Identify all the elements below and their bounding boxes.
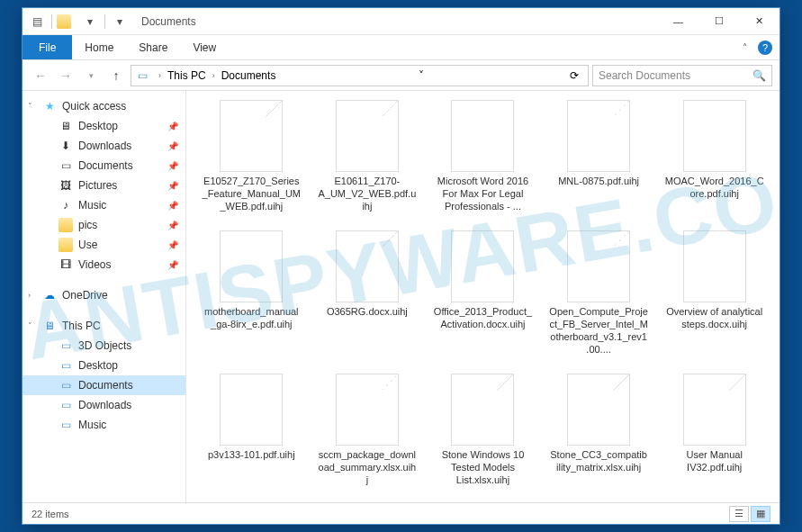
window-title: Documents bbox=[141, 15, 196, 28]
videos-icon: 🎞 bbox=[59, 257, 73, 272]
sidebar-item-downloads[interactable]: ▭Downloads bbox=[23, 395, 185, 415]
pc-icon: 🖥 bbox=[42, 319, 57, 333]
file-name-label: MNL-0875.pdf.uihj bbox=[558, 176, 639, 188]
folder-icon[interactable] bbox=[56, 11, 77, 32]
folder-icon: ▭ bbox=[59, 358, 73, 373]
sidebar-item-use[interactable]: Use📌 bbox=[23, 235, 185, 255]
file-thumbnail bbox=[567, 230, 630, 302]
view-icons-button[interactable]: ▦ bbox=[751, 506, 770, 522]
file-name-label: MOAC_Word_2016_Core.pdf.uihj bbox=[665, 176, 764, 201]
file-item[interactable]: Microsoft Word 2016 For Max For Legal Pr… bbox=[427, 95, 539, 218]
sidebar-item-desktop[interactable]: ▭Desktop bbox=[23, 356, 185, 375]
maximize-button[interactable]: ☐ bbox=[698, 8, 739, 35]
folder-icon: ▭ bbox=[59, 378, 73, 392]
file-thumbnail bbox=[451, 230, 514, 302]
close-button[interactable]: ✕ bbox=[739, 8, 779, 35]
sidebar-quick-access[interactable]: ˅ ★ Quick access bbox=[23, 96, 185, 116]
sidebar-item-music[interactable]: ▭Music bbox=[23, 415, 185, 435]
refresh-icon[interactable]: ⟳ bbox=[564, 69, 584, 82]
file-item[interactable]: motherboard_manual_ga-8irx_e.pdf.uihj bbox=[195, 225, 308, 361]
chevron-down-icon[interactable]: ˅ bbox=[28, 102, 32, 111]
properties-icon[interactable]: ▤ bbox=[26, 11, 48, 32]
nav-up-button[interactable]: ↑ bbox=[105, 65, 127, 86]
tab-file[interactable]: File bbox=[23, 35, 72, 59]
file-thumbnail bbox=[567, 100, 630, 172]
file-list: E10527_Z170_Series_Feature_Manual_UM_WEB… bbox=[186, 91, 779, 502]
quick-access-toolbar: ▤ ▾ ▾ bbox=[23, 11, 134, 32]
body: ˅ ★ Quick access 🖥Desktop📌⬇Downloads📌▭Do… bbox=[23, 91, 779, 502]
search-input[interactable] bbox=[599, 69, 752, 82]
sidebar-item-desktop[interactable]: 🖥Desktop📌 bbox=[23, 116, 185, 136]
sidebar-item-documents[interactable]: ▭Documents bbox=[23, 375, 185, 395]
tab-share[interactable]: Share bbox=[126, 35, 180, 59]
file-item[interactable]: p3v133-101.pdf.uihj bbox=[195, 368, 308, 491]
chevron-right-icon[interactable]: › bbox=[28, 291, 31, 300]
file-item[interactable]: Office_2013_Product_Activation.docx.uihj bbox=[427, 225, 539, 361]
file-item[interactable]: O365RG.docx.uihj bbox=[311, 225, 424, 361]
sidebar-item-pictures[interactable]: 🖼Pictures📌 bbox=[23, 176, 185, 195]
search-icon[interactable]: 🔍 bbox=[752, 69, 766, 82]
chevron-right-icon[interactable]: › bbox=[157, 71, 163, 80]
tab-view[interactable]: View bbox=[180, 35, 229, 59]
downloads-icon: ⬇ bbox=[59, 139, 73, 153]
nav-history-dropdown[interactable]: ▾ bbox=[80, 65, 102, 86]
tab-home[interactable]: Home bbox=[72, 35, 126, 59]
file-item[interactable]: User Manual IV32.pdf.uihj bbox=[658, 368, 770, 491]
minimize-button[interactable]: — bbox=[658, 8, 698, 35]
sidebar-item-label: Documents bbox=[78, 159, 133, 172]
sidebar-item-downloads[interactable]: ⬇Downloads📌 bbox=[23, 136, 185, 156]
folder-glyph bbox=[57, 14, 71, 29]
sidebar-this-pc[interactable]: ˅ 🖥 This PC bbox=[23, 316, 185, 336]
qat-dropdown-icon[interactable]: ▾ bbox=[79, 11, 101, 32]
sidebar-item-documents[interactable]: ▭Documents📌 bbox=[23, 156, 185, 176]
breadcrumb-current[interactable]: Documents bbox=[219, 69, 279, 82]
view-details-button[interactable]: ☰ bbox=[729, 506, 749, 522]
sidebar-item-label: Quick access bbox=[62, 100, 126, 113]
file-item[interactable]: sccm_package_download_summary.xlsx.uihj bbox=[311, 368, 424, 491]
file-item[interactable]: Stone Windows 10 Tested Models List.xlsx… bbox=[427, 368, 539, 491]
address-dropdown-icon[interactable]: ˅ bbox=[413, 69, 429, 82]
folder-icon: ▭ bbox=[59, 338, 73, 353]
pin-icon: 📌 bbox=[167, 161, 178, 171]
sidebar-item-music[interactable]: ♪Music📌 bbox=[23, 195, 185, 215]
breadcrumb-thispc[interactable]: This PC bbox=[165, 69, 209, 82]
file-thumbnail bbox=[451, 100, 514, 172]
file-item[interactable]: Overview of analytical steps.docx.uihj bbox=[658, 225, 770, 361]
file-name-label: Office_2013_Product_Activation.docx.uihj bbox=[433, 306, 532, 331]
sidebar-item-3d-objects[interactable]: ▭3D Objects bbox=[23, 336, 185, 356]
file-item[interactable]: E10527_Z170_Series_Feature_Manual_UM_WEB… bbox=[195, 95, 308, 218]
search-box[interactable]: 🔍 bbox=[592, 65, 772, 86]
file-name-label: O365RG.docx.uihj bbox=[327, 306, 408, 319]
sidebar-onedrive[interactable]: › ☁ OneDrive bbox=[23, 285, 185, 305]
file-item[interactable]: MOAC_Word_2016_Core.pdf.uihj bbox=[658, 95, 770, 218]
file-thumbnail bbox=[336, 374, 399, 446]
pin-icon: 📌 bbox=[167, 181, 178, 191]
file-item[interactable]: Open_Compute_Project_FB_Server_Intel_Mot… bbox=[543, 225, 655, 361]
file-item[interactable]: E10611_Z170-A_UM_V2_WEB.pdf.uihj bbox=[311, 95, 424, 218]
pin-icon: 📌 bbox=[167, 122, 178, 131]
sidebar-item-label: OneDrive bbox=[62, 289, 108, 302]
file-thumbnail bbox=[336, 230, 399, 302]
item-count: 22 items bbox=[32, 509, 69, 519]
file-item[interactable]: MNL-0875.pdf.uihj bbox=[543, 95, 655, 218]
qat-customize-icon[interactable]: ▾ bbox=[109, 11, 131, 32]
folder-icon bbox=[59, 218, 73, 232]
file-name-label: User Manual IV32.pdf.uihj bbox=[665, 449, 764, 474]
nav-back-button[interactable]: ← bbox=[30, 65, 51, 86]
pin-icon: 📌 bbox=[167, 141, 178, 151]
file-thumbnail bbox=[683, 100, 746, 172]
file-name-label: Stone_CC3_compatibility_matrix.xlsx.uihj bbox=[549, 449, 648, 474]
chevron-right-icon[interactable]: › bbox=[211, 71, 217, 80]
chevron-down-icon[interactable]: ˅ bbox=[28, 321, 32, 330]
ribbon-tabs: File Home Share View ˄ ? bbox=[23, 35, 779, 60]
nav-forward-button[interactable]: → bbox=[55, 65, 77, 86]
ribbon-collapse-icon[interactable]: ˄ bbox=[739, 39, 751, 56]
help-icon[interactable]: ? bbox=[758, 41, 772, 55]
file-name-label: E10527_Z170_Series_Feature_Manual_UM_WEB… bbox=[202, 176, 301, 212]
sidebar-item-pics[interactable]: pics📌 bbox=[23, 215, 185, 235]
file-item[interactable]: Stone_CC3_compatibility_matrix.xlsx.uihj bbox=[543, 368, 655, 491]
music-icon: ♪ bbox=[59, 198, 73, 212]
sidebar-item-videos[interactable]: 🎞Videos📌 bbox=[23, 255, 185, 275]
sidebar-item-label: Music bbox=[78, 199, 106, 212]
breadcrumb[interactable]: ▭ › This PC › Documents ˅ ⟳ bbox=[131, 65, 589, 86]
